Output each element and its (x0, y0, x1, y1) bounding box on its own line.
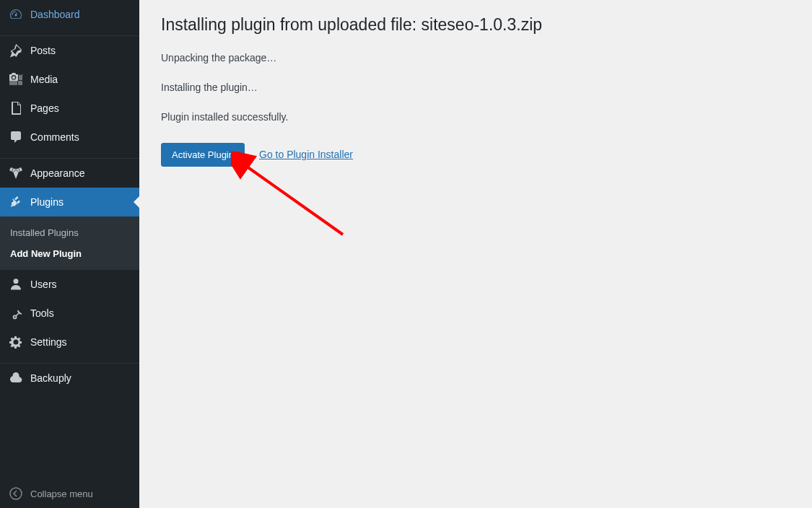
status-installing: Installing the plugin… (161, 80, 790, 95)
sidebar-item-label: Backuply (30, 372, 71, 384)
sidebar-item-settings[interactable]: Settings (0, 328, 139, 356)
dashboard-icon (9, 7, 23, 22)
sidebar-item-users[interactable]: Users (0, 270, 139, 299)
svg-line-2 (244, 165, 343, 235)
sidebar-item-tools[interactable]: Tools (0, 299, 139, 328)
users-icon (9, 277, 23, 292)
sidebar-item-label: Plugins (30, 196, 64, 208)
arrow-annotation (231, 152, 361, 253)
sidebar-item-label: Appearance (30, 167, 85, 179)
activate-plugin-button[interactable]: Activate Plugin (161, 143, 245, 167)
status-success: Plugin installed successfully. (161, 110, 790, 125)
svg-point-0 (10, 488, 22, 499)
sidebar-item-label: Users (30, 279, 57, 290)
sidebar-item-label: Media (30, 74, 58, 85)
sidebar-item-posts[interactable]: Posts (0, 36, 139, 65)
sidebar-item-comments[interactable]: Comments (0, 123, 139, 152)
plugins-submenu: Installed Plugins Add New Plugin (0, 216, 139, 270)
settings-icon (9, 335, 23, 349)
sidebar-item-label: Tools (30, 307, 54, 319)
action-row: Activate Plugin Go to Plugin Installer (161, 143, 790, 167)
submenu-installed-plugins[interactable]: Installed Plugins (0, 222, 139, 243)
plugins-icon (9, 195, 23, 209)
pin-icon (9, 43, 23, 58)
media-icon (9, 72, 23, 87)
appearance-icon (9, 166, 23, 180)
collapse-icon (9, 486, 23, 501)
sidebar-item-label: Settings (30, 336, 67, 348)
sidebar-item-media[interactable]: Media (0, 65, 139, 94)
go-to-installer-link[interactable]: Go to Plugin Installer (259, 149, 353, 160)
sidebar-item-label: Dashboard (30, 9, 80, 20)
sidebar-item-backuply[interactable]: Backuply (0, 364, 139, 393)
collapse-menu[interactable]: Collapse menu (0, 479, 139, 508)
status-unpacking: Unpacking the package… (161, 51, 790, 66)
pages-icon (9, 101, 23, 115)
sidebar-item-label: Comments (30, 131, 79, 143)
tools-icon (9, 306, 23, 320)
main-content: Installing plugin from uploaded file: si… (139, 0, 812, 508)
sidebar-item-plugins[interactable]: Plugins (0, 188, 139, 216)
sidebar-item-label: Pages (30, 102, 59, 114)
comments-icon (9, 130, 23, 144)
sidebar-item-label: Posts (30, 45, 56, 56)
page-title: Installing plugin from uploaded file: si… (161, 14, 790, 36)
admin-sidebar: Dashboard Posts Media Pages Comments App… (0, 0, 139, 508)
backup-icon (9, 371, 23, 385)
sidebar-item-dashboard[interactable]: Dashboard (0, 0, 139, 29)
collapse-label: Collapse menu (30, 489, 93, 499)
sidebar-item-appearance[interactable]: Appearance (0, 159, 139, 188)
sidebar-item-pages[interactable]: Pages (0, 94, 139, 123)
submenu-add-new-plugin[interactable]: Add New Plugin (0, 243, 139, 264)
